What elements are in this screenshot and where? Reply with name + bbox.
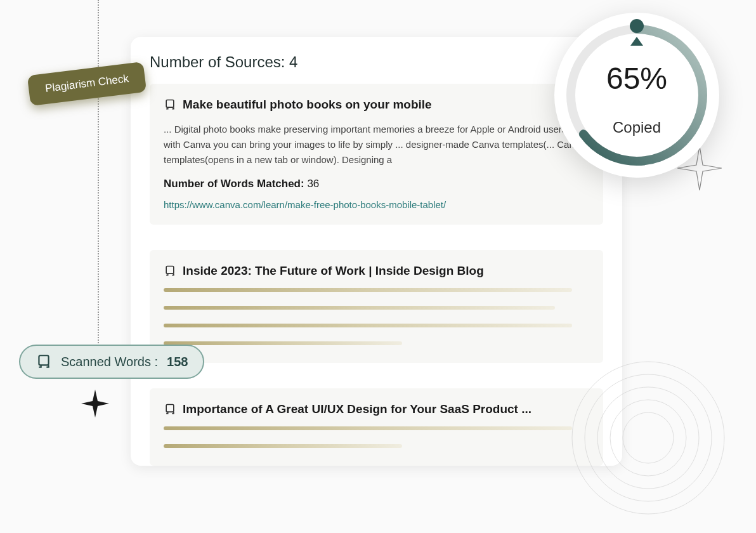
skeleton-line bbox=[164, 426, 572, 430]
source-item: Make beautiful photo books on your mobil… bbox=[150, 84, 603, 225]
document-icon bbox=[164, 98, 176, 111]
svg-rect-1 bbox=[166, 266, 174, 274]
document-icon bbox=[36, 353, 52, 370]
source-title-row: Importance of A Great UI/UX Design for Y… bbox=[164, 402, 589, 416]
scanned-words-label: Scanned Words : bbox=[61, 355, 158, 369]
scanned-words-pill: Scanned Words : 158 bbox=[19, 345, 204, 379]
sources-count-value: 4 bbox=[289, 53, 297, 70]
gauge-marker-dot bbox=[630, 19, 644, 33]
source-title-row: Make beautiful photo books on your mobil… bbox=[164, 98, 589, 112]
svg-rect-2 bbox=[166, 405, 174, 412]
svg-point-8 bbox=[597, 387, 699, 489]
plagiarism-check-badge: Plagiarism Check bbox=[27, 62, 147, 106]
svg-point-7 bbox=[585, 374, 712, 501]
words-matched-value: 36 bbox=[307, 178, 319, 190]
source-item: Inside 2023: The Future of Work | Inside… bbox=[150, 250, 603, 363]
source-body-text: ... Digital photo books make preserving … bbox=[164, 122, 589, 168]
gauge-marker-arrow bbox=[630, 37, 643, 46]
source-url-link[interactable]: https://www.canva.com/learn/make-free-ph… bbox=[164, 199, 446, 210]
sources-count-label: Number of Sources: 4 bbox=[150, 53, 297, 70]
svg-rect-3 bbox=[39, 355, 48, 365]
words-matched: Number of Words Matched: 36 bbox=[164, 178, 589, 190]
skeleton-line bbox=[164, 341, 402, 345]
words-matched-label: Number of Words Matched: bbox=[164, 178, 304, 190]
document-icon bbox=[164, 403, 176, 416]
source-title: Inside 2023: The Future of Work | Inside… bbox=[183, 264, 484, 278]
timeline-dotted-line bbox=[98, 0, 99, 355]
svg-point-6 bbox=[572, 362, 724, 514]
skeleton-line bbox=[164, 288, 572, 292]
source-title: Importance of A Great UI/UX Design for Y… bbox=[183, 402, 531, 416]
svg-point-9 bbox=[610, 400, 686, 476]
svg-rect-0 bbox=[166, 100, 174, 108]
source-title: Make beautiful photo books on your mobil… bbox=[183, 98, 432, 112]
sources-label-text: Number of Sources: bbox=[150, 53, 285, 70]
scanned-words-value: 158 bbox=[167, 355, 188, 369]
decorative-rings bbox=[566, 355, 731, 520]
source-title-row: Inside 2023: The Future of Work | Inside… bbox=[164, 264, 589, 278]
document-icon bbox=[164, 265, 176, 277]
skeleton-line bbox=[164, 324, 572, 327]
sparkle-icon bbox=[81, 390, 109, 418]
skeleton-line bbox=[164, 306, 555, 310]
svg-point-10 bbox=[623, 412, 674, 463]
sources-header: Number of Sources: 4 bbox=[131, 37, 622, 84]
source-item: Importance of A Great UI/UX Design for Y… bbox=[150, 388, 603, 466]
sources-card: Number of Sources: 4 Make beautiful phot… bbox=[131, 37, 622, 466]
plagiarism-gauge: 65% Copied bbox=[554, 13, 719, 178]
skeleton-line bbox=[164, 444, 402, 448]
